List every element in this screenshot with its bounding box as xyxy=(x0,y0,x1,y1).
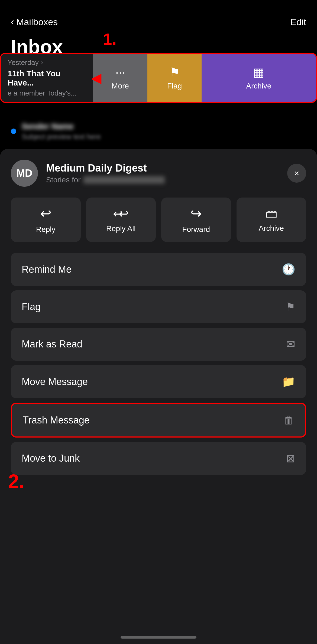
move-message-button[interactable]: Move Message 📁 xyxy=(11,365,306,398)
swipe-archive-button[interactable]: ▦ Archive xyxy=(202,54,316,102)
archive-icon: ▦ xyxy=(253,65,264,79)
action-sheet: MD Medium Daily Digest Stories for × ↩ R… xyxy=(0,149,317,644)
remind-me-button[interactable]: Remind Me 🕐 xyxy=(11,253,306,286)
email-swipe-row[interactable]: Yesterday › 11th That You Have... e a me… xyxy=(0,53,317,103)
top-section: ‹ Mailboxes Edit Inbox 1. Yesterday › 11… xyxy=(0,0,317,157)
flag-button[interactable]: Flag ⚑ xyxy=(11,290,306,323)
home-indicator xyxy=(121,636,196,639)
forward-label: Forward xyxy=(182,225,210,234)
unread-indicator xyxy=(11,129,16,134)
trash-icon: 🗑 xyxy=(283,414,294,426)
archive-label: Archive xyxy=(246,82,271,90)
envelope-icon: ✉ xyxy=(286,338,295,350)
nav-bar: ‹ Mailboxes Edit xyxy=(0,0,317,33)
remind-me-label: Remind Me xyxy=(22,264,72,275)
email-sender-blurred: Sender Name xyxy=(22,122,101,131)
edit-button[interactable]: Edit xyxy=(290,17,306,27)
sender-info: Medium Daily Digest Stories for xyxy=(46,162,279,184)
email-row-2-content: Sender Name Subject preview text here xyxy=(22,122,101,141)
flag-list-icon: ⚑ xyxy=(286,301,295,313)
sheet-header: MD Medium Daily Digest Stories for × xyxy=(0,149,317,192)
archive-box-icon: 🗃 xyxy=(265,207,277,220)
email-item[interactable]: Yesterday › 11th That You Have... e a me… xyxy=(1,54,93,102)
step-1-label: 1. xyxy=(103,30,117,48)
move-to-junk-button[interactable]: Move to Junk ⊠ xyxy=(11,442,306,475)
flag-label-list: Flag xyxy=(22,301,41,313)
flag-label: Flag xyxy=(167,82,182,90)
mark-as-read-label: Mark as Read xyxy=(22,339,82,350)
clock-icon: 🕐 xyxy=(282,263,295,276)
trash-message-button[interactable]: Trash Message 🗑 xyxy=(11,403,306,438)
mailboxes-label: Mailboxes xyxy=(16,17,58,27)
move-message-label: Move Message xyxy=(22,376,88,387)
swipe-more-button[interactable]: ··· More xyxy=(93,54,147,102)
forward-icon: ↪ xyxy=(190,206,202,221)
trash-message-label: Trash Message xyxy=(23,415,90,426)
email-preview: e a member Today's... xyxy=(8,89,87,97)
chevron-right-icon: › xyxy=(41,59,43,66)
email-subject-blurred: Subject preview text here xyxy=(22,133,101,141)
reply-label: Reply xyxy=(36,225,56,234)
junk-icon: ⊠ xyxy=(286,452,295,465)
subject-blurred xyxy=(83,176,165,184)
sheet-subject: Stories for xyxy=(46,176,279,184)
forward-button[interactable]: ↪ Forward xyxy=(161,198,231,242)
close-button[interactable]: × xyxy=(287,164,306,183)
move-to-junk-label: Move to Junk xyxy=(22,453,80,464)
archive-action-label: Archive xyxy=(259,224,284,233)
close-icon: × xyxy=(294,168,299,178)
folder-icon: 📁 xyxy=(282,375,295,388)
reply-all-button[interactable]: ↩↩ Reply All xyxy=(86,198,156,242)
email-subject: 11th That You Have... xyxy=(8,69,87,87)
archive-action-button[interactable]: 🗃 Archive xyxy=(237,198,306,242)
reply-all-icon: ↩↩ xyxy=(113,207,129,221)
email-date: Yesterday › xyxy=(8,58,87,67)
avatar: MD xyxy=(11,160,38,187)
email-row-2: Sender Name Subject preview text here xyxy=(0,112,317,150)
reply-icon: ↩ xyxy=(40,206,51,221)
more-label: More xyxy=(112,82,129,90)
more-dots-icon: ··· xyxy=(115,65,125,79)
quick-action-buttons: ↩ Reply ↩↩ Reply All ↪ Forward 🗃 Archive xyxy=(0,192,317,253)
step-2-label: 2. xyxy=(8,470,24,492)
back-button[interactable]: ‹ Mailboxes xyxy=(11,16,58,28)
reply-button[interactable]: ↩ Reply xyxy=(11,198,81,242)
mark-as-read-button[interactable]: Mark as Read ✉ xyxy=(11,328,306,361)
swipe-arrow-icon: ◀ xyxy=(91,70,101,86)
sender-name: Medium Daily Digest xyxy=(46,162,279,174)
flag-icon: ⚑ xyxy=(169,65,180,79)
reply-all-label: Reply All xyxy=(106,224,136,233)
chevron-left-icon: ‹ xyxy=(11,16,14,28)
swipe-flag-button[interactable]: ⚑ Flag xyxy=(147,54,202,102)
